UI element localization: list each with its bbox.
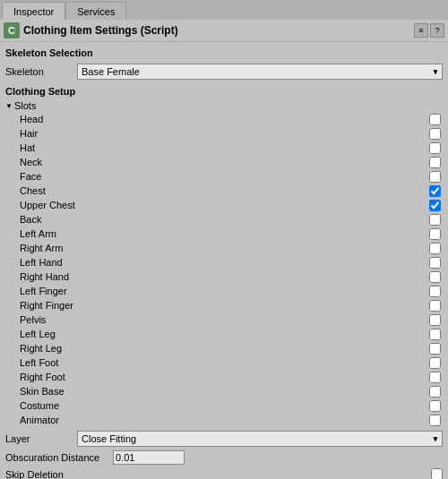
slot-pelvis-label: Pelvis <box>20 314 429 325</box>
content: Skeleton Selection Skeleton Base Female … <box>0 42 448 479</box>
slot-face: Face <box>2 169 446 184</box>
slot-hair-label: Hair <box>20 128 429 139</box>
slot-neck: Neck <box>2 155 446 169</box>
slot-right-leg: Right Leg <box>2 341 446 355</box>
slot-right-arm: Right Arm <box>2 241 446 255</box>
slot-hair-checkbox[interactable] <box>429 128 441 140</box>
slot-animator: Animator <box>2 413 446 427</box>
slot-back: Back <box>2 212 446 227</box>
slot-left-arm: Left Arm <box>2 227 446 241</box>
slot-left-finger-label: Left Finger <box>20 286 429 296</box>
triangle-icon[interactable]: ▼ <box>5 102 13 110</box>
slot-head: Head <box>2 112 446 126</box>
skeleton-row: Skeleton Base Female Base Male ▼ <box>2 62 446 81</box>
slot-right-arm-label: Right Arm <box>20 243 429 253</box>
header: C Clothing Item Settings (Script) ≡ ? <box>0 20 448 42</box>
slot-right-foot: Right Foot <box>2 370 446 384</box>
header-title: Clothing Item Settings (Script) <box>23 24 410 37</box>
slot-right-finger: Right Finger <box>2 298 446 312</box>
slot-costume: Costume <box>2 398 446 413</box>
skip-deletion-label: Skip Deletion <box>5 469 431 480</box>
tab-bar: Inspector Services <box>0 0 448 20</box>
obscuration-input[interactable] <box>113 450 185 465</box>
slot-right-hand-label: Right Hand <box>20 271 429 282</box>
slot-back-checkbox[interactable] <box>429 214 441 226</box>
slot-right-leg-label: Right Leg <box>20 343 429 354</box>
slot-chest-checkbox[interactable] <box>429 185 441 197</box>
slot-left-leg: Left Leg <box>2 327 446 341</box>
slot-pelvis: Pelvis <box>2 312 446 327</box>
slot-hat: Hat <box>2 141 446 155</box>
slot-skin-base: Skin Base <box>2 384 446 398</box>
help-button[interactable]: ? <box>430 23 444 38</box>
slots-label: Slots <box>14 100 36 111</box>
slot-right-hand-checkbox[interactable] <box>429 271 441 283</box>
obscuration-label: Obscuration Distance <box>5 452 113 463</box>
slot-chest: Chest <box>2 184 446 198</box>
slot-left-arm-label: Left Arm <box>20 228 429 239</box>
slot-skin-base-checkbox[interactable] <box>429 386 441 398</box>
slot-animator-label: Animator <box>20 415 429 425</box>
slot-back-label: Back <box>20 214 429 225</box>
header-buttons: ≡ ? <box>414 23 444 38</box>
slot-hat-label: Hat <box>20 142 429 153</box>
slot-right-finger-label: Right Finger <box>20 300 429 311</box>
skip-deletion-row: Skip Deletion <box>2 466 446 479</box>
slot-right-foot-label: Right Foot <box>20 372 429 382</box>
slot-upper-chest-label: Upper Chest <box>20 200 429 210</box>
layer-label: Layer <box>5 433 77 444</box>
obscuration-row: Obscuration Distance <box>2 449 446 466</box>
slot-upper-chest-checkbox[interactable] <box>429 200 441 211</box>
slot-left-hand-checkbox[interactable] <box>429 257 441 269</box>
slot-neck-checkbox[interactable] <box>429 157 441 168</box>
slots-row: ▼ Slots <box>2 99 446 112</box>
slot-left-finger: Left Finger <box>2 284 446 298</box>
slot-left-hand: Left Hand <box>2 255 446 269</box>
slot-left-foot-label: Left Foot <box>20 357 429 368</box>
slot-skin-base-label: Skin Base <box>20 386 429 397</box>
slot-left-leg-label: Left Leg <box>20 329 429 339</box>
slot-right-arm-checkbox[interactable] <box>429 243 441 254</box>
header-icon: C <box>4 22 20 38</box>
slot-pelvis-checkbox[interactable] <box>429 314 441 326</box>
slot-left-arm-checkbox[interactable] <box>429 228 441 240</box>
slot-costume-checkbox[interactable] <box>429 400 441 412</box>
slot-face-label: Face <box>20 171 429 182</box>
clothing-setup-title: Clothing Setup <box>2 84 446 98</box>
skeleton-section-title: Skeleton Selection <box>2 46 446 60</box>
menu-button[interactable]: ≡ <box>414 23 428 38</box>
tab-services[interactable]: Services <box>65 2 126 20</box>
slot-head-checkbox[interactable] <box>429 114 441 125</box>
slot-face-checkbox[interactable] <box>429 171 441 183</box>
slot-costume-label: Costume <box>20 400 429 411</box>
slot-head-label: Head <box>20 114 429 124</box>
layer-select[interactable]: Close Fitting Normal Bulky <box>77 431 443 447</box>
skip-deletion-checkbox[interactable] <box>431 468 443 479</box>
slot-upper-chest: Upper Chest <box>2 198 446 212</box>
slot-neck-label: Neck <box>20 157 429 167</box>
slot-left-leg-checkbox[interactable] <box>429 329 441 340</box>
slot-left-foot: Left Foot <box>2 355 446 370</box>
slot-hair: Hair <box>2 126 446 141</box>
slot-left-finger-checkbox[interactable] <box>429 286 441 297</box>
skeleton-select-wrapper: Base Female Base Male ▼ <box>77 64 443 80</box>
layer-select-wrapper: Close Fitting Normal Bulky ▼ <box>77 431 443 447</box>
layer-row: Layer Close Fitting Normal Bulky ▼ <box>2 429 446 449</box>
slot-chest-label: Chest <box>20 185 429 196</box>
slot-left-foot-checkbox[interactable] <box>429 357 441 369</box>
slot-right-finger-checkbox[interactable] <box>429 300 441 312</box>
slot-right-foot-checkbox[interactable] <box>429 372 441 383</box>
slot-hat-checkbox[interactable] <box>429 142 441 154</box>
slot-left-hand-label: Left Hand <box>20 257 429 268</box>
slot-right-leg-checkbox[interactable] <box>429 343 441 355</box>
tab-inspector[interactable]: Inspector <box>2 2 65 20</box>
slot-animator-checkbox[interactable] <box>429 415 441 426</box>
slot-right-hand: Right Hand <box>2 269 446 284</box>
skeleton-select[interactable]: Base Female Base Male <box>77 64 443 80</box>
skeleton-label: Skeleton <box>5 66 77 77</box>
